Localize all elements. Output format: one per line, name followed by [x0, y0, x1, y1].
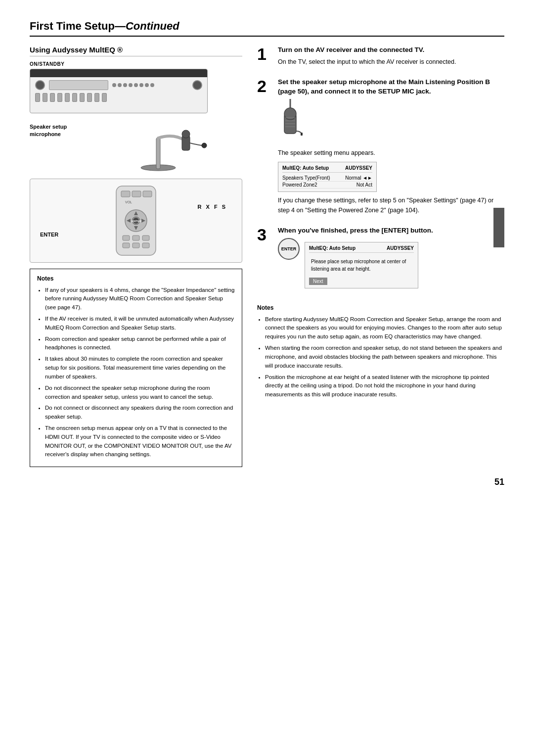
screen-header-2: MultEQ: Auto Setup AUDYSSEY [309, 245, 414, 253]
svg-rect-18 [123, 236, 130, 240]
receiver-btn-6 [139, 83, 143, 87]
step-1-title: Turn on the AV receiver and the connecte… [278, 46, 504, 55]
svg-point-4 [202, 143, 207, 148]
screen1-row2-left: Powered Zone2 [282, 182, 317, 188]
rxfs-label: R X F S [197, 204, 227, 210]
svg-rect-23 [142, 243, 149, 248]
right-notes-title: Notes [257, 303, 504, 313]
step-2-extra: If you change these settings, refer to s… [278, 196, 504, 215]
onstandby-label: ON/STANDBY [30, 61, 242, 67]
note-item: Do not disconnect the speaker setup micr… [45, 384, 235, 402]
svg-rect-22 [133, 243, 139, 248]
svg-rect-19 [133, 236, 139, 240]
receiver-body [30, 77, 207, 93]
step-2-body-text: The speaker setting menu appears. [278, 148, 504, 158]
receiver-btn-3 [123, 83, 127, 87]
step-2-number: 2 [257, 78, 271, 215]
step-3-title: When you've finished, press the [ENTER] … [278, 226, 504, 236]
screen1-header-left: MultEQ: Auto Setup [282, 165, 329, 171]
receiver-btn-1 [112, 83, 116, 87]
screen1-row1: Speakers Type(Front) Normal ◄► [282, 175, 372, 182]
screen2-next-btn: Next [309, 278, 327, 285]
screen-mockup-1: MultEQ: Auto Setup AUDYSSEY Speakers Typ… [278, 162, 377, 192]
receiver-btn-2 [118, 83, 122, 87]
slider-4 [57, 93, 62, 102]
step2-mic-illustration [278, 99, 303, 143]
notes-title: Notes [37, 274, 235, 284]
slider-2 [43, 93, 47, 102]
slider-10 [102, 93, 107, 102]
page-number: 51 [30, 477, 504, 487]
right-notes: Notes Before starting Audyssey MultEQ Ro… [257, 303, 504, 399]
step-3-content: When you've finished, press the [ENTER] … [278, 226, 504, 292]
svg-point-3 [182, 130, 190, 138]
step-2-title: Set the speaker setup microphone at the … [278, 78, 504, 96]
screen1-row1-right: Normal ◄► [345, 175, 372, 181]
microphone-drawing [109, 118, 208, 174]
step-3-number: 3 [257, 226, 271, 292]
screen1-row1-left: Speakers Type(Front) [282, 175, 330, 181]
remote-svg: VOL ENTER [87, 184, 185, 258]
note-item: The onscreen setup menus appear only on … [45, 424, 235, 459]
slider-1 [35, 93, 40, 102]
step-1-body: On the TV, select the input to which the… [278, 57, 504, 67]
step-2-content: Set the speaker setup microphone at the … [278, 78, 504, 215]
step-3: 3 When you've finished, press the [ENTER… [257, 226, 504, 292]
page-title: First Time Setup—Continued [30, 20, 504, 37]
right-note-item: Before starting Audyssey MultEQ Room Cor… [265, 315, 504, 341]
svg-text:ENTER: ENTER [132, 220, 142, 223]
side-tab [493, 208, 504, 247]
receiver-buttons [112, 83, 188, 87]
svg-rect-6 [121, 191, 130, 197]
note-item: If any of your speakers is 4 ohms, chang… [45, 286, 235, 312]
screen-mockup-2: MultEQ: Auto Setup AUDYSSEY Please place… [305, 242, 418, 288]
receiver-illustration [30, 69, 208, 113]
screen2-body: Please place setup microphone at center … [309, 255, 414, 276]
screen1-row2-right: Not Act [356, 182, 372, 188]
svg-rect-8 [143, 191, 152, 197]
receiver-btn-5 [134, 83, 138, 87]
right-note-item: When starting the room correction and sp… [265, 344, 504, 370]
screen-header-1: MultEQ: Auto Setup AUDYSSEY [282, 165, 372, 173]
slider-7 [80, 93, 85, 102]
enter-button-illustration: ENTER [278, 238, 300, 260]
note-item: If the AV receiver is muted, it will be … [45, 315, 235, 332]
note-item: It takes about 30 minutes to complete th… [45, 355, 235, 381]
receiver-btn-8 [150, 83, 154, 87]
svg-rect-20 [142, 236, 149, 240]
receiver-knob-right [192, 80, 202, 90]
screen2-header-right: AUDYSSEY [387, 245, 414, 251]
speaker-setup-label: Speaker setup microphone [30, 123, 67, 139]
svg-rect-31 [301, 133, 303, 136]
svg-rect-7 [132, 191, 141, 197]
left-notes-box: Notes If any of your speakers is 4 ohms,… [30, 269, 242, 467]
microphone-area: Speaker setup microphone [30, 118, 242, 173]
slider-3 [50, 93, 55, 102]
title-italic: —Continued [115, 20, 179, 32]
screen2-header-left: MultEQ: Auto Setup [309, 245, 356, 251]
step3-illustration: ENTER MultEQ: Auto Setup AUDYSSEY Please… [278, 238, 504, 292]
svg-rect-1 [156, 138, 160, 169]
step-1-content: Turn on the AV receiver and the connecte… [278, 46, 504, 67]
receiver-sliders [30, 93, 207, 102]
right-notes-list: Before starting Audyssey MultEQ Room Cor… [257, 315, 504, 399]
screen1-header-right: AUDYSSEY [345, 165, 372, 171]
receiver-knob-left [35, 80, 45, 90]
step-1: 1 Turn on the AV receiver and the connec… [257, 46, 504, 67]
receiver-top-bar [30, 69, 207, 77]
remote-illustration: ENTER R X F S VOL [30, 179, 242, 263]
screen1-row2: Powered Zone2 Not Act [282, 182, 372, 189]
svg-rect-21 [123, 243, 130, 248]
slider-5 [65, 93, 70, 102]
receiver-display [49, 80, 108, 90]
left-column: Using Audyssey MultEQ ® ON/STANDBY [30, 46, 242, 467]
section-heading: Using Audyssey MultEQ ® [30, 46, 242, 56]
slider-6 [72, 93, 77, 102]
right-note-item: Position the microphone at ear height of… [265, 373, 504, 399]
step-1-number: 1 [257, 46, 271, 67]
receiver-btn-4 [129, 83, 133, 87]
notes-list: If any of your speakers is 4 ohms, chang… [37, 286, 235, 460]
right-column: 1 Turn on the AV receiver and the connec… [257, 46, 504, 467]
note-item: Do not connect or disconnect any speaker… [45, 404, 235, 422]
receiver-btn-7 [145, 83, 149, 87]
